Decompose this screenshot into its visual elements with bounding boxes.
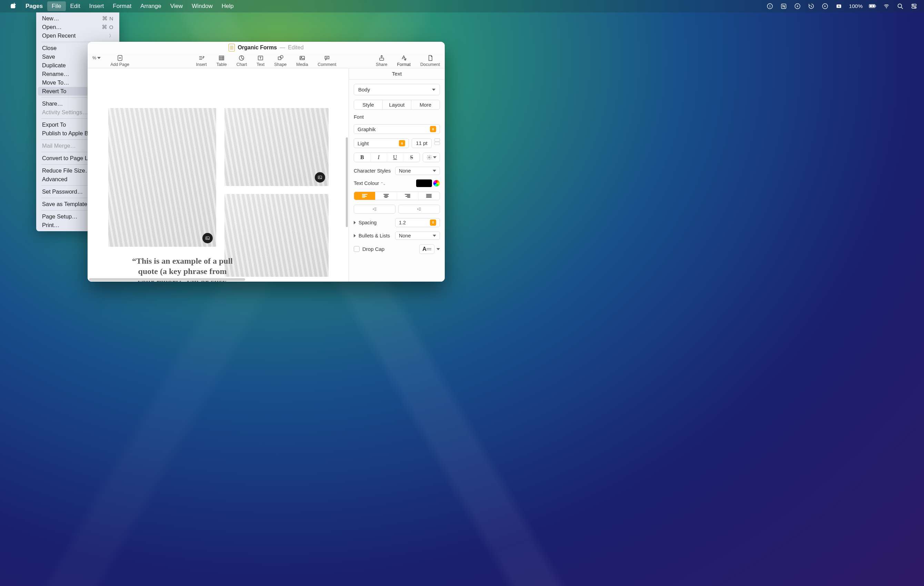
svg-rect-22 [300, 56, 304, 60]
scrollbar-vertical[interactable] [346, 137, 348, 227]
svg-point-26 [206, 237, 207, 238]
bullets-disclosure[interactable] [354, 234, 356, 237]
image-icon[interactable] [202, 233, 213, 243]
spacing-select[interactable]: 1.2 [395, 218, 440, 227]
spotlight-icon[interactable] [896, 2, 904, 10]
format-button[interactable]: Format [397, 55, 411, 67]
chart-button[interactable]: Chart [236, 55, 247, 67]
align-center[interactable] [375, 192, 397, 200]
pages-window: Organic Forms — Edited % . Add Page Inse… [87, 42, 445, 281]
align-right[interactable] [397, 192, 419, 200]
status-icon-bolt[interactable] [794, 2, 801, 10]
file-open-recent[interactable]: Open Recent〉 [38, 31, 117, 40]
menu-format[interactable]: Format [108, 2, 136, 11]
document-canvas[interactable]: “This is an example of a pull quote (a k… [87, 68, 348, 281]
spacing-label: Spacing [358, 220, 376, 225]
share-button[interactable]: Share [376, 55, 387, 67]
shape-button[interactable]: Shape [274, 55, 287, 67]
document-title[interactable]: Organic Forms [238, 45, 277, 51]
file-open[interactable]: Open…⌘ O [38, 23, 117, 31]
align-justify[interactable] [419, 192, 440, 200]
dropcap-label: Drop Cap [362, 246, 384, 252]
svg-rect-20 [278, 56, 281, 60]
text-colour-label: Text Colour [354, 180, 379, 186]
character-styles-select[interactable]: None [395, 167, 440, 175]
svg-point-11 [898, 4, 902, 8]
font-size-field[interactable]: 11 pt [412, 138, 432, 148]
menu-file[interactable]: File [47, 2, 66, 11]
svg-rect-24 [380, 58, 384, 60]
menu-help[interactable]: Help [217, 2, 238, 11]
svg-point-10 [886, 8, 887, 8]
svg-rect-9 [875, 5, 876, 7]
svg-rect-13 [912, 7, 916, 8]
inspector-subtabs: Style Layout More [354, 100, 440, 110]
menu-edit[interactable]: Edit [66, 2, 85, 11]
image-placeholder-3[interactable] [224, 194, 328, 277]
document-button[interactable]: Document [420, 55, 440, 67]
image-icon[interactable] [315, 172, 325, 182]
font-label: Font [354, 114, 440, 120]
dropcap-more[interactable] [437, 248, 440, 250]
colour-picker-button[interactable] [433, 180, 440, 187]
menu-insert[interactable]: Insert [85, 2, 109, 11]
inspector-tab-text[interactable]: Text [349, 68, 445, 80]
italic-button[interactable]: I [371, 153, 387, 162]
menu-window[interactable]: Window [187, 2, 217, 11]
svg-point-14 [912, 5, 914, 5]
control-center-icon[interactable] [910, 2, 918, 10]
align-left[interactable] [354, 192, 375, 200]
toolbar: % . Add Page Insert Table Chart Text Sha… [87, 53, 445, 68]
file-new[interactable]: New…⌘ N [38, 14, 117, 23]
app-name[interactable]: Pages [21, 2, 47, 11]
font-size-stepper[interactable] [434, 138, 440, 148]
menu-arrange[interactable]: Arrange [136, 2, 165, 11]
table-button[interactable]: Table [216, 55, 227, 67]
battery-icon[interactable] [869, 2, 876, 10]
status-icon-play[interactable] [821, 2, 829, 10]
wifi-icon[interactable] [883, 2, 890, 10]
menu-view[interactable]: View [166, 2, 188, 11]
apple-menu[interactable] [6, 1, 21, 12]
font-weight-select[interactable]: Light [354, 138, 409, 148]
svg-rect-12 [912, 4, 916, 6]
outdent-button[interactable] [354, 205, 396, 214]
subtab-layout[interactable]: Layout [383, 100, 411, 109]
bullets-select[interactable]: None [395, 232, 440, 240]
text-colour-swatch[interactable] [416, 179, 432, 187]
dropcap-style[interactable]: A [419, 244, 434, 254]
format-inspector: Text Body Style Layout More Font Graphik… [348, 68, 445, 281]
dropcap-checkbox[interactable] [354, 246, 360, 252]
spacing-disclosure[interactable] [354, 221, 356, 224]
status-icon-timemachine[interactable] [807, 2, 815, 10]
subtab-style[interactable]: Style [354, 100, 383, 109]
font-family-select[interactable]: Graphik [354, 124, 440, 134]
scrollbar-horizontal[interactable] [89, 278, 245, 281]
status-icon-keyboard[interactable]: A [835, 2, 843, 10]
subtab-more[interactable]: More [411, 100, 440, 109]
bullets-label: Bullets & Lists [358, 233, 390, 238]
media-button[interactable]: Media [296, 55, 308, 67]
comment-button[interactable]: Comment [318, 55, 336, 67]
svg-text:A: A [838, 5, 840, 8]
image-placeholder-2[interactable] [224, 108, 328, 186]
font-advanced-button[interactable] [423, 152, 440, 162]
bold-button[interactable]: B [354, 153, 371, 162]
paragraph-style-select[interactable]: Body [354, 84, 440, 95]
svg-text:1: 1 [769, 5, 771, 8]
insert-button[interactable]: Insert [196, 55, 206, 67]
text-button[interactable]: Text [256, 55, 264, 67]
add-page-button[interactable]: Add Page [111, 55, 129, 67]
character-styles-label: Character Styles [354, 168, 391, 174]
svg-rect-17 [219, 56, 224, 60]
strike-button[interactable]: S [403, 153, 419, 162]
status-icon-1[interactable]: 1 [766, 2, 774, 10]
image-placeholder-1[interactable] [108, 108, 216, 247]
status-icon-notion[interactable] [780, 2, 787, 10]
titlebar: Organic Forms — Edited [87, 42, 445, 53]
underline-button[interactable]: U [387, 153, 404, 162]
pull-quote-text[interactable]: “This is an example of a pull quote (a k… [131, 256, 234, 281]
svg-point-29 [429, 157, 430, 158]
indent-button[interactable] [398, 205, 440, 214]
zoom-select[interactable]: % . [92, 55, 101, 67]
